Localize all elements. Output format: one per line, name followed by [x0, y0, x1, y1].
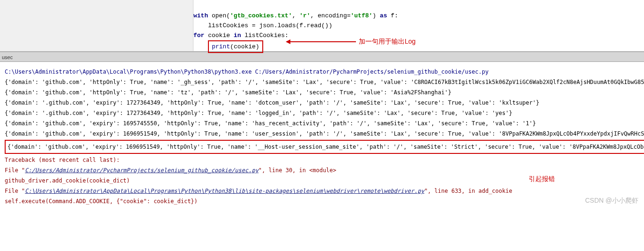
annotation-arrow: 加一句用于输出Log [290, 38, 415, 46]
arrow-line [290, 41, 356, 42]
code-text: f: [387, 12, 398, 19]
traceback-call-2: self.execute(Command.ADD_COOKIE, {"cooki… [5, 196, 641, 206]
arrow-head-icon [286, 39, 290, 44]
highlighted-cookie-row: {'domain': 'github.com', 'expiry': 16969… [5, 140, 644, 154]
output-line: {'domain': 'github.com', 'httpOnly': Tru… [5, 77, 641, 87]
code-text: , [292, 12, 300, 19]
code-text: 'gtb_cookies.txt' [230, 12, 292, 19]
annotation-add-log: 加一句用于输出Log [359, 38, 415, 46]
code-text: for [193, 32, 204, 39]
output-line: {'domain': 'github.com', 'httpOnly': Tru… [5, 87, 641, 98]
output-line: {'domain': '.github.com', 'expiry': 1727… [5, 108, 641, 118]
code-text: , encoding= [311, 12, 351, 19]
code-text: cookie [204, 32, 233, 39]
code-text: 'utf8' [351, 12, 373, 19]
watermark: CSDN @小小爬虾 [585, 195, 638, 205]
annotation-cause-error: 引起报错 [529, 174, 555, 184]
code-text: listCookies: [241, 32, 288, 39]
traceback-text: ", line 30, in <module> [259, 167, 336, 174]
code-editor[interactable]: with open('gtb_cookies.txt', 'r', encodi… [0, 0, 644, 52]
code-text: ) [372, 12, 380, 19]
traceback-file-2: File "C:\Users\Administrator\AppData\Loc… [5, 186, 641, 196]
traceback-link[interactable]: C:\Users\Administrator\AppData\Local\Pro… [25, 188, 424, 194]
code-text: with [193, 12, 208, 19]
traceback-text: File " [5, 167, 25, 174]
traceback-header: Traceback (most recent call last): [5, 155, 641, 165]
print-cookie-highlight: print(cookie) [208, 40, 263, 53]
code-text: print [212, 43, 230, 50]
code-text: listCookies = json.loads(f.read()) [193, 22, 332, 29]
output-line: {'domain': 'github.com', 'expiry': 16969… [5, 129, 641, 139]
code-text: in [234, 32, 241, 39]
code-text: open( [208, 12, 230, 19]
traceback-text: File " [5, 188, 25, 194]
command-line: C:\Users\Administrator\AppData\Local\Pro… [5, 67, 641, 77]
output-line: {'domain': '.github.com', 'expiry': 1727… [5, 98, 641, 108]
code-text: 'r' [299, 12, 310, 19]
editor-gutter [0, 0, 193, 51]
output-line: {'domain': 'github.com', 'expiry': 16957… [5, 118, 641, 129]
code-text: as [380, 12, 387, 19]
traceback-text: ", line 633, in add_cookie [424, 188, 512, 194]
traceback-link[interactable]: C:/Users/Administrator/PycharmProjects/s… [25, 167, 259, 174]
code-text: (cookie) [230, 43, 259, 50]
run-tab-label[interactable]: usec [2, 54, 13, 60]
output-pane[interactable]: C:\Users\Administrator\AppData\Local\Pro… [0, 62, 644, 209]
